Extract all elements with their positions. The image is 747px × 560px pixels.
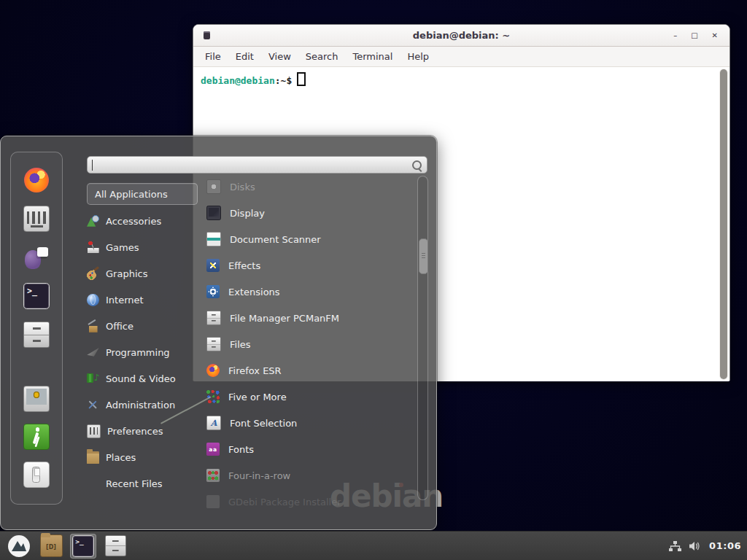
session-item[interactable] (23, 386, 50, 412)
terminal-menu-item[interactable]: File (198, 51, 228, 62)
app-item[interactable]: Files (206, 331, 415, 357)
app-label: File Manager PCManFM (230, 313, 339, 324)
app-item[interactable]: Extensions (206, 279, 415, 305)
pidgin-icon (24, 245, 49, 270)
terminal-menu-list: FileEditViewSearchTerminalHelp (198, 51, 436, 62)
category-item[interactable]: Programming (87, 339, 204, 365)
app-label: Extensions (228, 287, 280, 298)
app-label: Display (230, 208, 265, 219)
distro-logo-icon (7, 534, 31, 558)
app-item[interactable]: GDebi Package Installer (206, 489, 415, 515)
show-desktop-button[interactable]: [D] (38, 534, 64, 559)
category-item[interactable]: Preferences (87, 418, 204, 444)
taskbar: [D] 01:06 (0, 531, 747, 560)
app-item[interactable]: File Manager PCManFM (206, 305, 415, 331)
category-item[interactable]: Games (87, 234, 204, 260)
extensions-icon (206, 285, 220, 298)
disks-icon (206, 179, 221, 194)
category-item[interactable]: All Applications (87, 183, 198, 205)
preferences-icon (87, 424, 101, 438)
favorite-item[interactable] (23, 283, 50, 309)
category-label: All Applications (95, 189, 168, 200)
display-icon (206, 206, 221, 220)
terminal-scrollbar-thumb[interactable] (720, 69, 727, 379)
file-cabinet-icon (105, 535, 126, 556)
favorites-group-session (23, 386, 50, 488)
category-label: Games (106, 242, 139, 253)
app-item[interactable]: Four-in-a-row (206, 462, 415, 489)
app-item[interactable]: Font Selection (206, 410, 415, 436)
desktop-folder-icon: [D] (40, 534, 63, 557)
terminal-menu-item[interactable]: Terminal (345, 51, 400, 62)
app-label: Files (230, 339, 251, 350)
app-item[interactable]: Document Scanner (206, 226, 415, 252)
places-icon (87, 451, 99, 464)
session-item[interactable] (23, 424, 50, 450)
favorites-group-top (23, 167, 50, 348)
category-item[interactable]: Administration (87, 392, 204, 418)
category-item[interactable]: Office (87, 313, 204, 339)
app-item[interactable]: Display (206, 200, 415, 226)
app-label: Five or More (228, 392, 287, 402)
network-icon[interactable] (669, 540, 681, 552)
menu-search-box (87, 156, 427, 174)
app-list-scrollbar[interactable] (417, 176, 428, 500)
category-label: Preferences (107, 426, 163, 437)
application-menu: All Applications Accessories Games Graph… (0, 136, 437, 530)
clock[interactable]: 01:06 (709, 540, 741, 551)
search-input[interactable] (92, 158, 408, 172)
firefox-icon (24, 168, 49, 192)
app-label: Effects (228, 260, 260, 271)
taskbar-file-manager-button[interactable] (102, 534, 128, 559)
terminal-titlebar[interactable]: debian@debian: ~ – □ ✕ (193, 25, 729, 47)
category-item[interactable]: Places (87, 444, 204, 470)
terminal-menu-item[interactable]: Help (400, 51, 436, 62)
four-in-a-row-icon (206, 469, 220, 482)
games-icon (87, 241, 99, 254)
app-item[interactable]: Five or More (206, 384, 415, 410)
favorite-item[interactable] (23, 244, 50, 271)
application-list: Disks Display Document Scanner Effects E… (206, 174, 415, 515)
category-item[interactable]: Graphics (87, 260, 204, 287)
maximize-button[interactable]: □ (691, 32, 697, 39)
category-label: Internet (106, 295, 144, 306)
app-item[interactable]: Fonts (206, 436, 415, 462)
category-item[interactable]: Sound & Video (87, 365, 204, 392)
category-label: Graphics (106, 268, 147, 279)
effects-icon (206, 259, 220, 272)
taskbar-terminal-window-button[interactable] (70, 534, 96, 559)
close-button[interactable]: ✕ (712, 32, 718, 39)
category-item[interactable]: Accessories (87, 208, 204, 234)
terminal-menubar: FileEditViewSearchTerminalHelp (193, 47, 729, 67)
category-item[interactable]: Internet (87, 287, 204, 313)
volume-icon[interactable] (689, 540, 702, 552)
terminal-icon (72, 535, 94, 557)
session-item[interactable] (23, 462, 50, 488)
lock-screen-icon (23, 386, 50, 412)
fonts-icon (206, 443, 220, 456)
terminal-cursor (297, 72, 306, 86)
terminal-menu-item[interactable]: Edit (228, 51, 261, 62)
files-icon (206, 337, 221, 351)
administration-icon (87, 399, 99, 411)
terminal-scrollbar[interactable] (719, 69, 728, 380)
category-label: Programming (106, 347, 170, 358)
terminal-menu-item[interactable]: View (261, 51, 298, 62)
terminal-menu-item[interactable]: Search (298, 51, 346, 62)
category-item[interactable]: Recent Files (87, 470, 204, 497)
favorite-item[interactable] (23, 322, 50, 348)
minimize-button[interactable]: – (673, 32, 677, 39)
app-list-scrollbar-thumb[interactable] (419, 238, 428, 274)
logout-icon (23, 424, 50, 450)
favorite-item[interactable] (23, 206, 50, 232)
accessories-icon (87, 215, 99, 228)
category-label: Accessories (106, 216, 161, 227)
menu-button[interactable] (6, 534, 32, 559)
category-label: Places (106, 452, 136, 463)
favorite-item[interactable] (23, 167, 50, 193)
app-label: Four-in-a-row (228, 470, 290, 481)
app-item[interactable]: Effects (206, 252, 415, 279)
app-item[interactable]: Firefox ESR (206, 357, 415, 384)
app-item[interactable]: Disks (206, 174, 415, 200)
category-label: Recent Files (106, 478, 163, 489)
